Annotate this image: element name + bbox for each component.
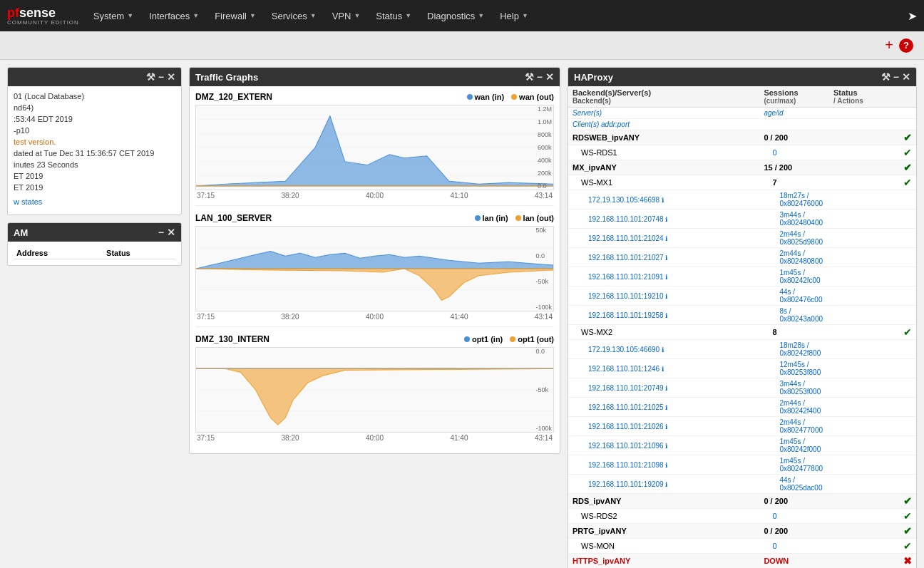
graph-dmz120-svg [196, 105, 553, 190]
server-sessions: 0 [759, 509, 829, 524]
error-icon: ✖ [903, 555, 912, 567]
traffic-widget-header: Traffic Graphs ⚒ − ✕ [190, 68, 560, 86]
server-name: WS-MX2 [568, 325, 759, 340]
client-actions [829, 475, 916, 494]
info-icon[interactable]: ℹ [665, 423, 667, 430]
left-panel: ⚒ − ✕ 01 (Local Database) nd64) :53:44 E… [7, 67, 182, 568]
info-icon[interactable]: ℹ [665, 254, 667, 262]
minus-icon[interactable]: − [893, 71, 899, 83]
info-row: dated at Tue Dec 31 15:36:57 CET 2019 [14, 149, 175, 158]
info-value: test version. [14, 138, 56, 146]
info-icon[interactable]: ℹ [665, 312, 667, 319]
legend-label-wan-in: wan (in) [475, 93, 505, 101]
nav-item-help[interactable]: Help ▼ [493, 6, 535, 26]
client-age: 2m44s / 0x802480800 [759, 248, 829, 267]
close-icon[interactable]: ✕ [902, 71, 910, 83]
backend-name: RDS_ipvANY [568, 494, 759, 509]
client-age: 1m45s / 0x80242f000 [759, 436, 829, 455]
signout-icon[interactable]: ➤ [908, 9, 917, 23]
chevron-down-icon: ▼ [127, 12, 133, 19]
traffic-widget: Traffic Graphs ⚒ − ✕ DMZ_120_EXTERN [189, 67, 560, 454]
graph-dmz130-xaxis: 37:15 38:20 40:00 41:40 43:14 [195, 434, 554, 442]
client-addr[interactable]: 192.168.110.101:21096 ℹ [568, 436, 759, 455]
minus-icon[interactable]: − [158, 71, 164, 83]
server-name: WS-MON [568, 539, 759, 554]
backend-status: ✔ [829, 494, 916, 509]
client-addr[interactable]: 192.168.110.101:21027 ℹ [568, 248, 759, 267]
client-actions [829, 286, 916, 306]
minus-icon[interactable]: − [158, 227, 164, 238]
nav-item-firewall[interactable]: Firewall ▼ [207, 6, 263, 26]
info-icon[interactable]: ℹ [665, 274, 667, 281]
help-button[interactable]: ? [899, 38, 913, 53]
nav-item-services[interactable]: Services ▼ [265, 6, 324, 26]
chevron-down-icon: ▼ [250, 12, 256, 19]
info-icon[interactable]: ℹ [662, 366, 664, 373]
client-addr[interactable]: 192.168.110.101:19258 ℹ [568, 306, 759, 325]
nav-item-system[interactable]: System ▼ [86, 6, 140, 26]
system-info-controls: ⚒ − ✕ [146, 71, 175, 83]
info-icon[interactable]: ℹ [665, 462, 667, 469]
client-age: 1m45s / 0x80242fc00 [759, 267, 829, 286]
haproxy-table: Backend(s)/Server(s) Backend(s) Sessions… [568, 86, 916, 568]
close-icon[interactable]: ✕ [167, 71, 175, 83]
am-widget-title: AM [14, 227, 28, 238]
info-icon[interactable]: ℹ [665, 443, 667, 450]
server-sessions: 0 [759, 145, 829, 160]
wrench-icon[interactable]: ⚒ [525, 71, 534, 83]
info-icon[interactable]: ℹ [662, 197, 664, 204]
subheader-age: age/id [759, 108, 829, 119]
nav-item-diagnostics[interactable]: Diagnostics ▼ [420, 6, 491, 26]
states-link[interactable]: w states [14, 197, 42, 206]
am-widget: AM − ✕ Address Status [7, 222, 182, 266]
client-addr[interactable]: 172.19.130.105:46690 ℹ [568, 340, 759, 359]
nav-item-vpn[interactable]: VPN ▼ [325, 6, 368, 26]
check-icon: ✔ [903, 147, 912, 158]
wrench-icon[interactable]: ⚒ [881, 71, 890, 83]
client-addr[interactable]: 192.168.110.101:19209 ℹ [568, 475, 759, 494]
chevron-down-icon: ▼ [354, 12, 360, 19]
info-value: 01 (Local Database) [14, 92, 84, 100]
client-addr[interactable]: 192.168.110.101:21024 ℹ [568, 229, 759, 248]
info-icon[interactable]: ℹ [665, 235, 667, 242]
client-addr[interactable]: 172.19.130.105:46698 ℹ [568, 190, 759, 210]
add-widget-button[interactable]: + [885, 37, 893, 53]
legend-dot-opt1-in [464, 336, 470, 342]
server-status: ✔ [829, 325, 916, 340]
client-addr[interactable]: 192.168.110.101:19210 ℹ [568, 286, 759, 306]
graph-dmz120-area: 1.2M 1.0M 800k 600k 400k 200k 0.0 [195, 105, 554, 190]
close-icon[interactable]: ✕ [545, 71, 554, 83]
info-icon[interactable]: ℹ [665, 385, 667, 392]
info-icon[interactable]: ℹ [665, 481, 667, 488]
info-icon[interactable]: ℹ [662, 346, 664, 353]
nav-item-status[interactable]: Status ▼ [369, 6, 419, 26]
traffic-widget-title: Traffic Graphs [195, 72, 258, 83]
subheader-client: Client(s) addr:port [568, 119, 759, 130]
info-icon[interactable]: ℹ [665, 293, 667, 300]
client-addr[interactable]: 192.168.110.101:20748 ℹ [568, 210, 759, 229]
info-icon[interactable]: ℹ [665, 216, 667, 223]
navbar-right: ➤ [908, 9, 917, 23]
backend-name: HTTPS_ipvANY [568, 554, 759, 569]
legend-label-opt1-in: opt1 (in) [472, 335, 503, 344]
client-addr[interactable]: 192.168.110.101:21026 ℹ [568, 417, 759, 436]
client-addr[interactable]: 192.168.110.101:1246 ℹ [568, 359, 759, 378]
client-actions [829, 190, 916, 210]
minus-icon[interactable]: − [537, 71, 543, 83]
close-icon[interactable]: ✕ [167, 227, 175, 238]
info-icon[interactable]: ℹ [665, 404, 667, 411]
client-addr[interactable]: 192.168.110.101:21098 ℹ [568, 455, 759, 475]
client-addr[interactable]: 192.168.110.101:21025 ℹ [568, 398, 759, 417]
client-addr[interactable]: 192.168.110.101:21091 ℹ [568, 267, 759, 286]
graph-dmz120-legend: wan (in) wan (out) [467, 93, 554, 101]
legend-lan-in: lan (in) [475, 214, 508, 222]
client-addr[interactable]: 192.168.110.101:20749 ℹ [568, 378, 759, 398]
graph-dmz120-title: DMZ_120_EXTERN [195, 92, 272, 102]
backend-sessions: 0 / 200 [759, 494, 829, 509]
legend-dot-lan-in [475, 215, 481, 221]
client-age: 44s / 0x802476c00 [759, 286, 829, 306]
server-sessions: 0 [759, 539, 829, 554]
nav-item-interfaces[interactable]: Interfaces ▼ [142, 6, 206, 26]
client-age: 18m27s / 0x802476000 [759, 190, 829, 210]
wrench-icon[interactable]: ⚒ [146, 71, 155, 83]
